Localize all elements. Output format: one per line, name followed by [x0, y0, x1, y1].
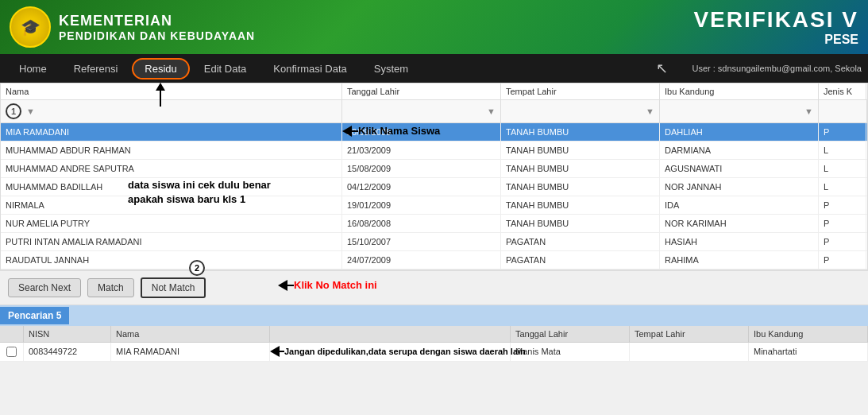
nav-system[interactable]: System: [361, 58, 421, 80]
cell-tempat: TANAH BUMBU: [501, 123, 660, 141]
filter-icon-nama[interactable]: ▼: [26, 107, 35, 116]
navbar: Home Referensi Residu Edit Data Konfirma…: [0, 54, 868, 83]
cell-jenis: P: [819, 215, 866, 232]
cell-tempat: TANAH BUMBU: [501, 142, 660, 159]
cell-ibu: AGUSNAWATI: [660, 160, 819, 177]
cell-ibu: RAHIMA: [660, 251, 819, 269]
cell-tempat: PAGATAN: [501, 251, 660, 269]
not-match-button[interactable]: Not Match: [141, 277, 206, 298]
cell-jenis: P: [819, 123, 866, 141]
cell-tempat: TANAH BUMBU: [501, 215, 660, 232]
table-headers: Nama Tanggal Lahir Tempat Lahir Ibu Kand…: [1, 83, 867, 100]
table-row[interactable]: NIRMALA 19/01/2009 TANAH BUMBU IDA P: [1, 196, 867, 215]
table-row[interactable]: MUHAMMAD BADILLAH 04/12/2009 TANAH BUMBU…: [1, 178, 867, 196]
buttons-area: Search Next Match Not Match 2 Klik No Ma…: [0, 270, 868, 305]
cell-nama: MUHAMMAD ABDUR RAHMAN: [1, 142, 342, 159]
col-bottom-ibu: Ibu Kandung: [749, 326, 868, 342]
table-row[interactable]: RAUDATUL JANNAH 24/07/2009 PAGATAN RAHIM…: [1, 251, 867, 270]
pencarian-section: Pencarian 5 NISN Nama Tanggal Lahir Temp…: [0, 305, 868, 362]
badge-1: 1: [6, 103, 21, 119]
cell-nama: MUHAMMAD BADILLAH: [1, 178, 342, 196]
cell-tempat: PAGATAN: [501, 233, 660, 250]
pencarian-bar: Pencarian 5: [0, 305, 868, 326]
klik-match-label: Klik No Match ini: [294, 279, 377, 291]
header-left: 🎓 KEMENTERIAN PENDIDIKAN DAN KEBUDAYAAN: [10, 6, 255, 48]
col-bottom-nama: Nama: [111, 326, 270, 342]
cell-bottom-tempat: [630, 343, 749, 361]
logo-icon: 🎓: [10, 6, 51, 48]
filter-tgl: ▼: [342, 100, 501, 122]
table-row[interactable]: MUHAMMAD ANDRE SAPUTRA 15/08/2009 TANAH …: [1, 160, 867, 178]
cursor-icon: ↖: [656, 60, 668, 77]
jangan-note-label: Jangan dipedulikan,data serupa dengan si…: [284, 347, 526, 356]
cell-nama: NIRMALA: [1, 196, 342, 214]
nav-konfirmasi[interactable]: Konfirmasi Data: [260, 58, 359, 80]
arrow-shaft-notmatch: [287, 285, 294, 286]
not-match-arrow: Klik No Match ini: [278, 279, 377, 291]
cell-nama: MIA RAMADANI: [1, 123, 342, 141]
checkbox-input[interactable]: [6, 347, 17, 357]
bottom-table-row: 0083449722 MIA RAMADANI Jangan dipedulik…: [0, 343, 868, 362]
row-checkbox[interactable]: [0, 343, 24, 361]
cell-jenis: P: [819, 196, 866, 214]
cell-tgl: 21/03/2009: [342, 142, 501, 159]
filter-row: 1 ▼ ▼ ▼ ▼: [1, 100, 867, 123]
cell-ibu: NOR KARIMAH: [660, 215, 819, 232]
bottom-table-headers: NISN Nama Tanggal Lahir Tempat Lahir Ibu…: [0, 326, 868, 343]
arrow-left-icon: [342, 126, 352, 137]
col-tgl: Tanggal Lahir: [342, 83, 501, 99]
match-button[interactable]: Match: [87, 278, 134, 297]
cell-tgl: 24/07/2009: [342, 251, 501, 269]
cell-ibu: DAHLIAH: [660, 123, 819, 141]
user-info: User : sdnsungailembu@gmail.com, Sekola: [692, 64, 862, 73]
cell-jenis: P: [819, 251, 866, 269]
cell-ibu: HASIAH: [660, 233, 819, 250]
arrow-left-notmatch: [278, 280, 287, 291]
cell-bottom-tgl: Manis Mata: [511, 343, 630, 361]
table-row[interactable]: MUHAMMAD ABDUR RAHMAN 21/03/2009 TANAH B…: [1, 142, 867, 160]
cell-ibu: IDA: [660, 196, 819, 214]
jangan-note-container: Jangan dipedulikan,data serupa dengan si…: [270, 346, 526, 357]
filter-jenis: [819, 100, 867, 122]
arrow-head-up: [156, 83, 165, 91]
cell-tgl: 04/12/2009: [342, 178, 501, 196]
badge-2: 2: [189, 260, 205, 276]
cell-nama: MUHAMMAD ANDRE SAPUTRA: [1, 160, 342, 177]
cell-nama: PUTRI INTAN AMALIA RAMADANI: [1, 233, 342, 250]
cell-tgl: 15/10/2007: [342, 233, 501, 250]
filter-icon-tgl[interactable]: ▼: [487, 107, 496, 116]
header: 🎓 KEMENTERIAN PENDIDIKAN DAN KEBUDAYAAN …: [0, 0, 868, 54]
nav-residu[interactable]: Residu: [132, 58, 189, 80]
nav-referensi[interactable]: Referensi: [61, 58, 131, 80]
cell-nisn: 0083449722: [24, 343, 111, 361]
filter-nama: 1 ▼: [1, 100, 342, 122]
col-ibu: Ibu Kandung: [660, 83, 819, 99]
cell-jenis: P: [819, 233, 866, 250]
cell-tempat: TANAH BUMBU: [501, 178, 660, 196]
header-right: VERIFIKASI V PESE: [693, 7, 858, 47]
cell-jenis: L: [819, 178, 866, 196]
col-bottom-tempat: Tempat Lahir: [630, 326, 749, 342]
filter-icon-ibu[interactable]: ▼: [804, 107, 813, 116]
nav-home[interactable]: Home: [6, 58, 60, 80]
cell-tgl: 19/01/2009: [342, 196, 501, 214]
table-row[interactable]: NUR AMELIA PUTRY 16/08/2008 TANAH BUMBU …: [1, 215, 867, 233]
cell-tempat: TANAH BUMBU: [501, 160, 660, 177]
cell-bottom-info: Jangan dipedulikan,data serupa dengan si…: [270, 343, 511, 361]
cell-bottom-nama: MIA RAMADANI: [111, 343, 270, 361]
col-tempat: Tempat Lahir: [501, 83, 660, 99]
klik-nama-label: Klik Nama Siswa: [358, 125, 440, 137]
filter-icon-tempat[interactable]: ▼: [646, 107, 654, 116]
nav-edit-data[interactable]: Edit Data: [191, 58, 259, 80]
klik-nama-annotation: Klik Nama Siswa: [342, 125, 440, 137]
arrow-shaft: [160, 91, 161, 107]
col-bottom-tgl: Tanggal Lahir: [511, 326, 630, 342]
search-next-button[interactable]: Search Next: [8, 278, 81, 297]
title-line1: KEMENTERIAN: [59, 13, 255, 29]
filter-tempat: ▼: [501, 100, 660, 122]
col-nama: Nama: [1, 83, 342, 99]
cell-tgl: 16/08/2008: [342, 215, 501, 232]
cell-ibu: NOR JANNAH: [660, 178, 819, 196]
header-title: KEMENTERIAN PENDIDIKAN DAN KEBUDAYAAN: [59, 13, 255, 42]
table-row[interactable]: PUTRI INTAN AMALIA RAMADANI 15/10/2007 P…: [1, 233, 867, 251]
